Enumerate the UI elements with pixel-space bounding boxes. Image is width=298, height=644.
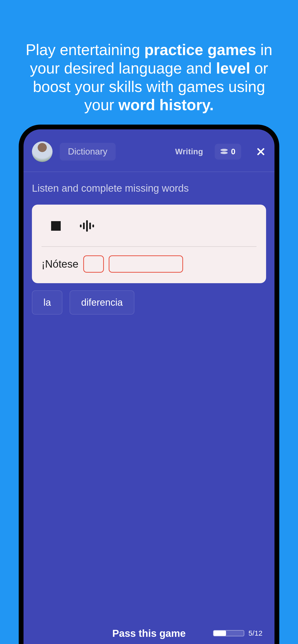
word-chip[interactable]: diferencia — [70, 290, 134, 314]
progress-bar — [213, 630, 244, 636]
blank-slot-1[interactable] — [83, 256, 104, 273]
exercise-card: ¡Nótese — [32, 204, 266, 283]
phone-screen: Dictionary Writing 0 Listen and complete… — [24, 130, 274, 644]
close-button[interactable] — [255, 146, 266, 157]
stop-button[interactable] — [51, 221, 61, 231]
audio-controls — [42, 215, 256, 242]
coins-icon — [221, 149, 228, 154]
app-header: Dictionary Writing 0 — [24, 130, 274, 172]
close-icon — [256, 147, 266, 156]
sentence-row: ¡Nótese — [42, 256, 256, 273]
pass-game-button[interactable]: Pass this game — [112, 628, 186, 639]
word-chips-row: la diferencia — [24, 283, 274, 322]
game-footer: Pass this game 5/12 — [24, 618, 274, 644]
instruction-text: Listen and complete missing words — [24, 182, 274, 204]
promo-bold-part: word history. — [118, 96, 214, 114]
mode-label: Writing — [175, 147, 203, 156]
promo-headline: Play entertaining practice games in your… — [0, 0, 298, 114]
promo-bold-part: practice games — [144, 41, 256, 58]
card-divider — [42, 246, 256, 247]
progress-indicator: 5/12 — [213, 629, 262, 637]
audio-waveform-icon[interactable] — [80, 220, 94, 232]
coin-badge[interactable]: 0 — [215, 144, 241, 160]
progress-fill — [214, 630, 226, 636]
avatar[interactable] — [32, 141, 53, 162]
promo-bold-part: level — [216, 60, 250, 77]
sentence-word: ¡Nótese — [42, 258, 78, 270]
progress-text: 5/12 — [249, 629, 262, 637]
promo-text-part: Play entertaining — [26, 41, 144, 58]
header-divider — [24, 172, 274, 172]
coin-count: 0 — [231, 147, 235, 156]
phone-frame: Dictionary Writing 0 Listen and complete… — [19, 124, 279, 644]
word-chip[interactable]: la — [32, 290, 62, 314]
dictionary-button[interactable]: Dictionary — [60, 143, 116, 160]
blank-slot-2[interactable] — [109, 256, 183, 273]
